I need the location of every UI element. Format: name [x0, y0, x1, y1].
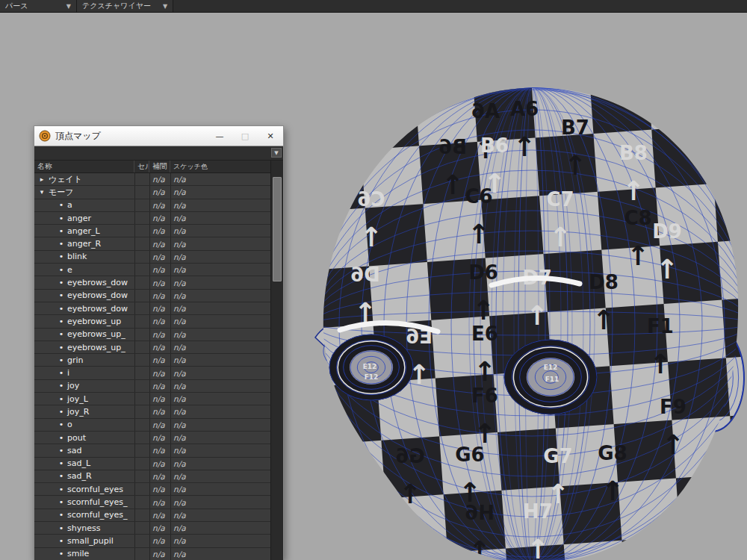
cell-value	[134, 186, 149, 198]
table-row[interactable]: •poutn/an/a	[34, 432, 273, 444]
maximize-button[interactable]: □	[232, 127, 258, 145]
cell-value	[134, 509, 149, 521]
interp-value: n/a	[149, 522, 170, 534]
table-row[interactable]: ▸ウェイトn/an/a	[34, 173, 273, 186]
table-row[interactable]: •anger_Rn/an/a	[34, 237, 273, 250]
table-row[interactable]: •grinn/an/a	[34, 354, 273, 367]
svg-text:D9: D9	[652, 220, 682, 243]
svg-text:↑: ↑	[474, 356, 496, 387]
table-row[interactable]: •sad_Rn/an/a	[34, 470, 273, 483]
panel-body: 名称 セル 補間 スケッチ色 ▸ウェイトn/an/a▾モーフn/an/a•an/…	[34, 161, 283, 560]
table-row[interactable]: •joyn/an/a	[34, 380, 273, 393]
table-row[interactable]: •joy_Ln/an/a	[34, 393, 273, 405]
table-row[interactable]: •shynessn/an/a	[34, 522, 273, 535]
column-header-interp: 補間	[149, 161, 170, 172]
table-row[interactable]: •smilen/an/a	[34, 548, 273, 560]
interp-value: n/a	[149, 290, 170, 302]
svg-text:H7: H7	[523, 500, 553, 523]
table-row[interactable]: •scornful_eyes_n/an/a	[34, 509, 273, 522]
sketch-color-value: n/a	[170, 212, 273, 224]
cell-value	[134, 432, 149, 444]
table-row[interactable]: •small_pupiln/an/a	[34, 535, 273, 547]
bullet-icon: •	[58, 252, 64, 261]
svg-text:F11: F11	[545, 376, 560, 383]
table-row[interactable]: •eyebrows_down/an/a	[34, 276, 273, 289]
sketch-color-value: n/a	[170, 276, 273, 288]
sketch-color-value: n/a	[170, 535, 273, 547]
interp-value: n/a	[149, 199, 170, 211]
bullet-icon: •	[58, 329, 64, 339]
chevron-down-icon[interactable]: ▾	[38, 188, 46, 196]
sketch-color-value: n/a	[170, 509, 273, 521]
column-header-cell: セル	[134, 161, 149, 172]
table-row[interactable]: •blinkn/an/a	[34, 251, 273, 264]
table-row[interactable]: •joy_Rn/an/a	[34, 405, 273, 418]
vertical-scrollbar[interactable]	[270, 161, 283, 560]
row-label: eyebrows_dow	[67, 304, 128, 314]
chevron-down-icon[interactable]: ▼	[271, 148, 282, 158]
table-row[interactable]: •anger_Ln/an/a	[34, 225, 273, 237]
interp-value: n/a	[149, 496, 170, 508]
svg-text:↑: ↑	[468, 219, 490, 249]
table-row[interactable]: •scornful_eyes_n/an/a	[34, 496, 273, 508]
row-label: small_pupil	[67, 536, 114, 546]
svg-text:D6: D6	[350, 264, 380, 286]
bullet-icon: •	[58, 536, 64, 546]
table-row[interactable]: •in/an/a	[34, 367, 273, 379]
cell-value	[134, 329, 149, 340]
svg-text:H6: H6	[465, 502, 495, 524]
bullet-icon: •	[58, 407, 64, 417]
chevron-right-icon[interactable]: ▸	[38, 175, 46, 183]
svg-text:↑: ↑	[468, 535, 491, 560]
table-row[interactable]: •eyebrows_down/an/a	[34, 290, 273, 302]
table-row[interactable]: •an/an/a	[34, 199, 273, 212]
interp-value: n/a	[149, 470, 170, 482]
table-row[interactable]: •eyebrows_up_n/an/a	[34, 341, 273, 354]
interp-value: n/a	[149, 341, 170, 353]
interp-value: n/a	[149, 212, 170, 224]
column-header-row: 名称 セル 補間 スケッチ色	[34, 161, 273, 173]
svg-text:↑: ↑	[662, 429, 684, 460]
interp-value: n/a	[149, 548, 170, 560]
cell-value	[134, 173, 149, 185]
cell-value	[134, 341, 149, 353]
scrollbar-thumb[interactable]	[273, 177, 282, 281]
sketch-color-value: n/a	[170, 393, 273, 405]
cell-value	[134, 302, 149, 314]
row-label: eyebrows_up_	[67, 343, 125, 352]
bullet-icon: •	[58, 446, 64, 455]
sketch-color-value: n/a	[170, 354, 273, 366]
svg-text:F12: F12	[365, 373, 379, 381]
svg-text:↑: ↑	[627, 240, 649, 271]
texture-mode-dropdown[interactable]: テクスチャワイヤー ▼	[77, 0, 173, 12]
bullet-icon: •	[58, 317, 64, 326]
close-button[interactable]: ✕	[258, 127, 283, 145]
panel-title: 頂点マップ	[55, 130, 207, 143]
table-row[interactable]: •sad_Ln/an/a	[34, 458, 273, 470]
sketch-color-value: n/a	[170, 173, 273, 185]
row-label: sad_R	[67, 471, 92, 481]
viewport-toolbar: パース ▼ テクスチャワイヤー ▼	[0, 0, 747, 13]
panel-titlebar[interactable]: 頂点マップ — □ ✕	[34, 126, 283, 146]
table-row[interactable]: •angern/an/a	[34, 212, 273, 225]
table-row[interactable]: •eyebrows_down/an/a	[34, 302, 273, 315]
minimize-button[interactable]: —	[207, 127, 232, 145]
table-row[interactable]: •eyebrows_up_n/an/a	[34, 329, 273, 341]
table-row[interactable]: •scornful_eyesn/an/a	[34, 483, 273, 496]
map-select-combo[interactable]: ▼	[34, 146, 283, 161]
table-row[interactable]: •sadn/an/a	[34, 444, 273, 457]
row-label: anger_L	[67, 226, 100, 236]
cell-value	[134, 199, 149, 211]
texture-mode-label: テクスチャワイヤー	[82, 1, 151, 11]
table-row[interactable]: •on/an/a	[34, 419, 273, 432]
table-row[interactable]: •en/an/a	[34, 264, 273, 276]
table-row[interactable]: •eyebrows_upn/an/a	[34, 315, 273, 328]
row-label: モーフ	[49, 187, 74, 198]
table-row[interactable]: ▾モーフn/an/a	[34, 186, 273, 199]
view-mode-dropdown[interactable]: パース ▼	[0, 0, 77, 12]
row-label: ウェイト	[49, 174, 82, 185]
bullet-icon: •	[58, 523, 64, 533]
bullet-icon: •	[58, 290, 64, 300]
svg-text:A6: A6	[471, 100, 500, 122]
sketch-color-value: n/a	[170, 264, 273, 276]
